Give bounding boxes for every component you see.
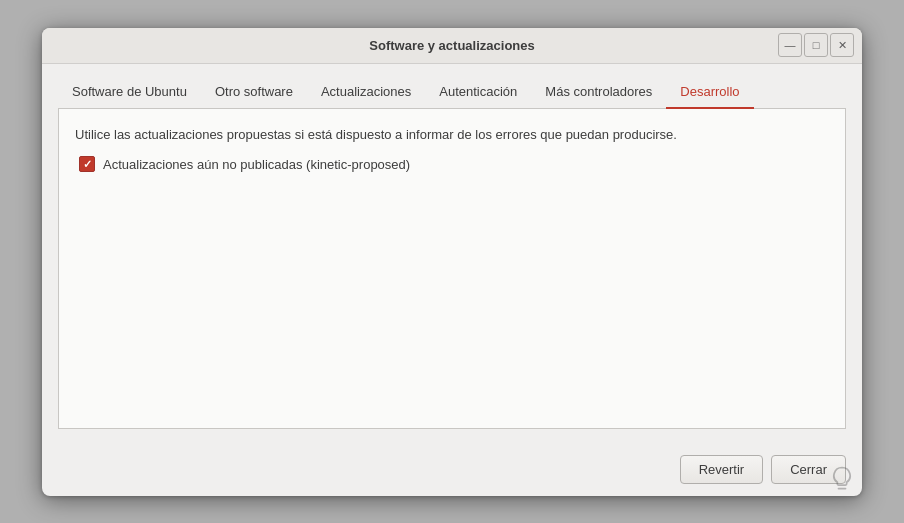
tab-bar: Software de Ubuntu Otro software Actuali… [58, 76, 846, 109]
revert-button[interactable]: Revertir [680, 455, 764, 484]
tab-panel-desarrollo: Utilice las actualizaciones propuestas s… [58, 109, 846, 429]
titlebar: Software y actualizaciones — □ ✕ [42, 28, 862, 64]
tab-autenticacion[interactable]: Autenticación [425, 76, 531, 109]
footer: Revertir Cerrar [42, 445, 862, 496]
window-controls: — □ ✕ [778, 33, 854, 57]
close-button-area: Cerrar [771, 455, 846, 484]
close-button[interactable]: ✕ [830, 33, 854, 57]
tab-desarrollo[interactable]: Desarrollo [666, 76, 753, 109]
unpublished-updates-checkbox[interactable] [79, 156, 95, 172]
main-content: Software de Ubuntu Otro software Actuali… [42, 64, 862, 445]
tab-mas-controladores[interactable]: Más controladores [531, 76, 666, 109]
unpublished-updates-row[interactable]: Actualizaciones aún no publicadas (kinet… [79, 156, 829, 172]
window-title: Software y actualizaciones [369, 38, 534, 53]
close-button-footer[interactable]: Cerrar [771, 455, 846, 484]
tab-otro-software[interactable]: Otro software [201, 76, 307, 109]
minimize-button[interactable]: — [778, 33, 802, 57]
unpublished-updates-label: Actualizaciones aún no publicadas (kinet… [103, 157, 410, 172]
tab-ubuntu[interactable]: Software de Ubuntu [58, 76, 201, 109]
main-window: Software y actualizaciones — □ ✕ Softwar… [42, 28, 862, 496]
tab-actualizaciones[interactable]: Actualizaciones [307, 76, 425, 109]
description-text: Utilice las actualizaciones propuestas s… [75, 125, 829, 145]
maximize-button[interactable]: □ [804, 33, 828, 57]
